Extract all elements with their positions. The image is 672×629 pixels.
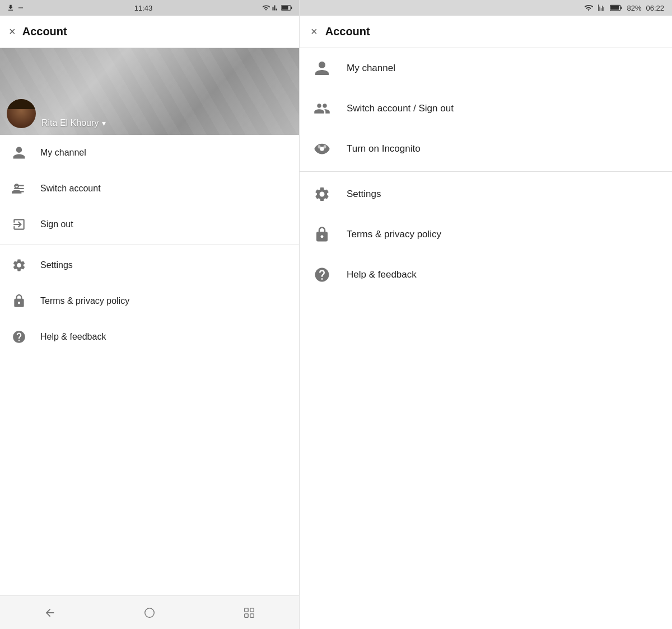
svg-rect-9 — [611, 6, 619, 10]
left-menu-list: My channel Switch account Sign out Setti… — [0, 135, 299, 595]
profile-name: Rita El Khoury — [41, 118, 99, 128]
svg-point-13 — [324, 145, 326, 148]
sign-out-icon — [9, 214, 29, 234]
my-channel-label-right: My channel — [347, 63, 395, 74]
account-title-left: Account — [22, 25, 67, 38]
settings-label-left: Settings — [40, 260, 73, 270]
person-icon-right — [311, 57, 333, 79]
svg-rect-1 — [282, 6, 288, 10]
right-menu-item-help[interactable]: Help & feedback — [300, 255, 672, 295]
right-menu-item-switch-sign-out[interactable]: Switch account / Sign out — [300, 88, 672, 129]
settings-icon-right — [311, 183, 333, 205]
sign-out-label: Sign out — [40, 219, 73, 229]
person-icon-left — [9, 143, 29, 163]
menu-item-help-left[interactable]: Help & feedback — [0, 319, 299, 355]
terms-label-right: Terms & privacy policy — [347, 229, 441, 240]
wifi-icon-right — [584, 4, 593, 11]
lock-icon-right — [311, 223, 333, 246]
account-title-right: Account — [325, 25, 370, 38]
incognito-label: Turn on Incognito — [347, 143, 421, 154]
menu-item-terms-left[interactable]: Terms & privacy policy — [0, 283, 299, 319]
profile-dropdown-arrow[interactable]: ▾ — [102, 119, 106, 128]
settings-icon-left — [9, 255, 29, 275]
signal-icon-left — [272, 4, 279, 12]
status-bar-left: 11:43 — [0, 0, 299, 16]
right-menu-item-terms[interactable]: Terms & privacy policy — [300, 214, 672, 255]
incognito-icon — [311, 138, 333, 160]
divider-right — [300, 171, 672, 172]
minus-icon — [17, 4, 25, 12]
svg-rect-6 — [245, 613, 248, 617]
right-menu-item-settings[interactable]: Settings — [300, 174, 672, 214]
profile-info[interactable]: Rita El Khoury ▾ — [41, 118, 106, 128]
my-channel-label-left: My channel — [40, 148, 86, 158]
battery-icon-left — [281, 4, 292, 11]
terms-label-left: Terms & privacy policy — [40, 296, 129, 306]
switch-account-label: Switch account — [40, 184, 101, 194]
left-panel: 11:43 × Account Rita El Khoury ▾ — [0, 0, 300, 629]
svg-rect-10 — [621, 7, 622, 10]
status-bar-right: 82% 06:22 — [300, 0, 672, 16]
bottom-nav — [0, 595, 299, 629]
right-menu-list: My channel Switch account / Sign out — [300, 48, 672, 629]
home-button[interactable] — [138, 602, 161, 624]
help-icon-right — [311, 264, 333, 286]
svg-point-11 — [320, 147, 324, 151]
help-label-left: Help & feedback — [40, 332, 106, 342]
menu-item-settings-left[interactable]: Settings — [0, 247, 299, 283]
wifi-icon-left — [262, 4, 270, 12]
status-time-left: 11:43 — [134, 4, 153, 12]
divider-1-left — [0, 245, 299, 245]
profile-banner: Rita El Khoury ▾ — [0, 48, 299, 135]
svg-rect-5 — [250, 608, 254, 611]
account-header-right: × Account — [300, 16, 672, 48]
back-button[interactable] — [39, 602, 61, 624]
menu-item-switch-account[interactable]: Switch account — [0, 171, 299, 206]
menu-item-my-channel-left[interactable]: My channel — [0, 135, 299, 171]
battery-icon-right — [610, 4, 622, 11]
close-button-left[interactable]: × — [9, 25, 16, 38]
close-button-right[interactable]: × — [311, 25, 318, 38]
signal-icon-right — [598, 4, 605, 12]
menu-item-sign-out[interactable]: Sign out — [0, 206, 299, 242]
account-header-left: × Account — [0, 16, 299, 48]
download-icon — [7, 4, 15, 12]
battery-percent: 82% — [627, 4, 641, 12]
switch-account-icon — [9, 179, 29, 199]
settings-label-right: Settings — [347, 189, 381, 200]
switch-account-icon-right — [311, 97, 333, 120]
svg-rect-2 — [291, 7, 292, 9]
recent-apps-button[interactable] — [238, 602, 260, 624]
right-menu-item-incognito[interactable]: Turn on Incognito — [300, 129, 672, 169]
right-panel: 82% 06:22 × Account My channel Switch ac… — [300, 0, 672, 629]
help-label-right: Help & feedback — [347, 269, 417, 280]
lock-icon-left — [9, 291, 29, 311]
right-menu-item-my-channel[interactable]: My channel — [300, 48, 672, 88]
status-left-icons — [7, 4, 25, 12]
switch-sign-out-label: Switch account / Sign out — [347, 103, 454, 114]
avatar-hair — [7, 99, 36, 109]
svg-rect-4 — [245, 608, 248, 611]
status-right-icons-left — [262, 4, 292, 12]
avatar — [7, 99, 36, 128]
status-time-right: 06:22 — [646, 4, 664, 12]
help-icon-left — [9, 327, 29, 347]
svg-point-3 — [145, 608, 155, 617]
svg-rect-7 — [250, 613, 254, 617]
